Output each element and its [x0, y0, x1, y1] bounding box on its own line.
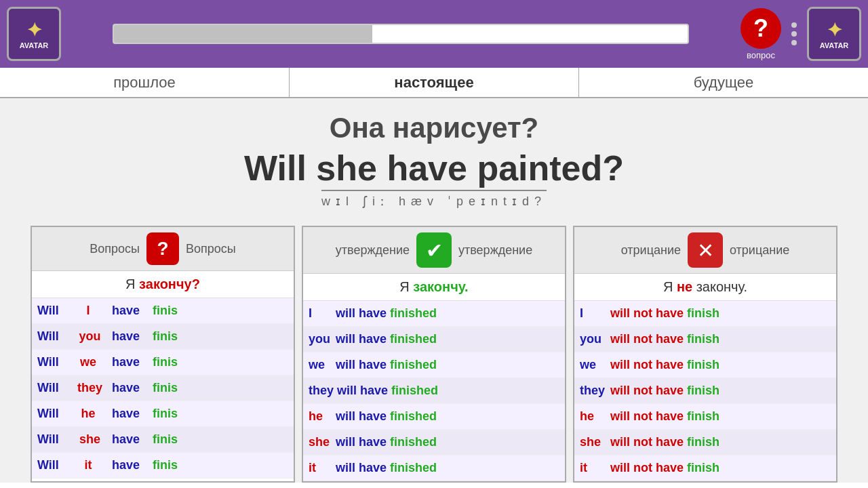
n-title-main: закончу. — [696, 279, 747, 294]
n-not-6: not — [633, 435, 656, 449]
question-card-title: Я закончу? — [32, 271, 294, 298]
n-will-6: will — [607, 435, 633, 449]
affirm-card: утверждение ✔ утверждение Я закончу. I w… — [302, 226, 566, 483]
q-finis-4: finis — [153, 381, 178, 395]
n-will-1: will — [607, 306, 633, 321]
n-not-2: not — [633, 332, 656, 346]
tab-present[interactable]: настоящее — [290, 68, 579, 97]
a-subj-6: she — [309, 435, 336, 449]
n-will-3: will — [607, 358, 633, 372]
q-subj-3: we — [71, 355, 112, 369]
header: ✦ AVATAR ? вопрос ✦ AVATAR — [0, 0, 868, 68]
a-finished-6: finished — [390, 435, 437, 449]
a-subj-3: we — [309, 358, 336, 372]
english-sentence: Will she have painted? — [0, 148, 868, 188]
a-row-it: it will have finished — [303, 455, 565, 481]
menu-button[interactable] — [791, 22, 797, 45]
a-subj-4: they — [309, 384, 337, 398]
affirm-header-right: утверждение — [458, 243, 532, 258]
q-will-5: Will — [37, 407, 71, 421]
tab-past[interactable]: прошлое — [0, 68, 290, 97]
a-finished-1: finished — [390, 306, 437, 321]
n-not-3: not — [633, 358, 656, 372]
question-card-rows: Will I have finis Will you have finis Wi… — [32, 298, 294, 479]
q-row-he: Will he have finis — [32, 401, 294, 427]
q-row-we: Will we have finis — [32, 350, 294, 375]
n-subj-3: we — [580, 358, 607, 372]
n-not-4: not — [633, 384, 656, 398]
a-finished-4: finished — [391, 384, 438, 398]
header-right: ? вопрос ✦ AVATAR — [741, 7, 861, 61]
question-icon: ? — [146, 232, 179, 265]
n-finis-5: finish — [687, 409, 719, 424]
n-will-7: will — [607, 461, 633, 475]
question-header-right: Вопросы — [186, 242, 236, 256]
n-not-5: not — [633, 409, 656, 424]
n-will-5: will — [607, 409, 633, 424]
tab-future[interactable]: будущее — [579, 68, 868, 97]
a-will-have-6: will have — [336, 435, 387, 449]
affirm-card-header: утверждение ✔ утверждение — [303, 227, 565, 274]
n-subj-2: you — [580, 332, 607, 346]
vopros-label: вопрос — [747, 50, 775, 60]
q-will-6: Will — [37, 432, 71, 447]
q-subj-1: I — [71, 304, 112, 318]
q-have-6: have — [112, 432, 153, 447]
tab-present-label: настоящее — [394, 74, 473, 92]
avatar-label-left: AVATAR — [20, 41, 49, 49]
progress-bar[interactable] — [113, 24, 689, 44]
n-have-7: have — [656, 461, 687, 475]
n-not-7: not — [633, 461, 656, 475]
q-have-5: have — [112, 407, 153, 421]
q-row-she: Will she have finis — [32, 427, 294, 453]
affirm-card-rows: I will have finished you will have finis… — [303, 301, 565, 481]
q-subj-5: he — [71, 407, 112, 421]
q-have-1: have — [112, 304, 153, 318]
a-will-have-3: will have — [336, 358, 387, 372]
q-title-main: закончу? — [139, 277, 200, 291]
q-finis-5: finis — [153, 407, 178, 421]
n-subj-6: she — [580, 435, 607, 449]
n-finis-1: finish — [687, 306, 719, 321]
q-will-3: Will — [37, 355, 71, 369]
n-subj-4: they — [580, 384, 607, 398]
n-subj-1: I — [580, 306, 607, 321]
a-will-have-2: will have — [336, 332, 387, 346]
n-will-4: will — [607, 384, 633, 398]
a-title-prefix: Я — [399, 279, 413, 294]
negation-card-rows: I will not have finish you will not have… — [574, 301, 836, 481]
n-title-prefix: Я — [663, 279, 677, 294]
vopros-icon: ? — [741, 8, 781, 49]
a-will-have-5: will have — [336, 409, 387, 424]
progress-fill — [114, 25, 372, 43]
n-have-6: have — [656, 435, 687, 449]
q-finis-1: finis — [153, 304, 178, 318]
avatar-logo-right[interactable]: ✦ AVATAR — [807, 7, 861, 61]
n-have-4: have — [656, 384, 687, 398]
tab-past-label: прошлое — [113, 74, 176, 92]
vopros-button[interactable]: ? вопрос — [741, 8, 781, 60]
affirm-header-left: утверждение — [336, 243, 410, 258]
n-finis-2: finish — [687, 332, 719, 346]
n-title-highlight: не — [677, 279, 696, 294]
q-subj-7: it — [71, 458, 112, 472]
dot-1 — [791, 22, 797, 28]
q-finis-2: finis — [153, 329, 178, 344]
negation-header-right: отрицание — [730, 243, 789, 258]
negation-card: отрицание ✕ отрицание Я не закончу. I wi… — [573, 226, 837, 483]
q-will-2: Will — [37, 329, 71, 344]
q-row-you: Will you have finis — [32, 324, 294, 350]
a-finished-2: finished — [390, 332, 437, 346]
q-subj-4: they — [71, 381, 112, 395]
n-not-1: not — [633, 306, 656, 321]
avatar-logo-left[interactable]: ✦ AVATAR — [7, 7, 61, 61]
n-finis-6: finish — [687, 435, 719, 449]
russian-question: Она нарисует? — [0, 112, 868, 144]
n-subj-7: it — [580, 461, 607, 475]
a-title-main: закончу. — [413, 279, 468, 294]
n-finis-4: finish — [687, 384, 719, 398]
negation-card-title: Я не закончу. — [574, 274, 836, 301]
question-header-left: Вопросы — [90, 242, 140, 256]
main-content: Она нарисует? Will she have painted? wɪl… — [0, 98, 868, 216]
a-subj-2: you — [309, 332, 336, 346]
